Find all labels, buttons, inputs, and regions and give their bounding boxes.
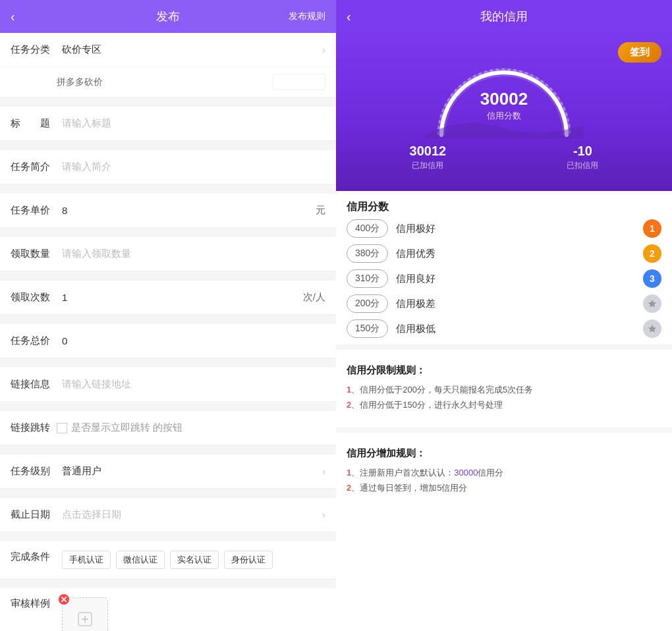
times-unit: 次/人	[303, 291, 325, 304]
total-row: 任务总价 0	[0, 324, 336, 358]
deadline-row[interactable]: 截止日期 点击选择日期 ›	[0, 498, 336, 532]
credit-level-name-2: 信用优秀	[396, 248, 635, 260]
category-arrow-icon: ›	[322, 44, 325, 56]
image-upload-area[interactable]	[62, 597, 108, 631]
intro-row: 任务简介 请输入简介	[0, 150, 336, 184]
total-label: 任务总价	[11, 335, 57, 347]
credit-added-value: 30012	[410, 144, 447, 159]
level-arrow-icon: ›	[322, 466, 325, 478]
add-rule-1: 1、注册新用户首次默认认：30000信用分	[347, 465, 661, 480]
task-category-section: 任务分类 砍价专区 › 拼多多砍价	[0, 33, 336, 97]
divider-2	[336, 427, 672, 433]
spacer-7	[0, 358, 336, 368]
credit-level-item-2: 380分 信用优秀 2	[347, 244, 661, 263]
link-label: 链接信息	[11, 378, 57, 391]
credit-level-icon-2: 2	[643, 244, 661, 263]
condition-id[interactable]: 身份认证	[224, 551, 273, 569]
left-panel: ‹ 发布 发布规则 任务分类 砍价专区 › 拼多多砍价 标 题 请输入标题	[0, 0, 336, 631]
spacer-4	[0, 228, 336, 237]
spacer-8	[0, 402, 336, 411]
credit-stats: 30012 已加信用 -10 已扣信用	[349, 144, 659, 171]
spacer-9	[0, 445, 336, 454]
spacer-10	[0, 489, 336, 498]
upload-plus-icon	[74, 609, 96, 632]
price-row: 任务单价 8 元	[0, 194, 336, 228]
price-label: 任务单价	[11, 204, 57, 217]
sign-in-button[interactable]: 签到	[618, 42, 661, 63]
limit-rules-section: 信用分限制规则： 1、信用分低于200分，每天只能报名完成5次任务 2、信用分低…	[336, 355, 672, 422]
credit-score-label: 信用分数	[487, 111, 521, 121]
credit-level-icon-5	[643, 319, 661, 338]
right-panel: ‹ 我的信用 签到 30002 信用分数	[336, 0, 672, 631]
credit-section-title: 信用分数	[336, 191, 672, 219]
jump-checkbox[interactable]	[57, 423, 67, 433]
deadline-label: 截止日期	[11, 508, 57, 521]
jump-checkbox-label: 是否显示立即跳转 的按钮	[71, 422, 182, 434]
spacer-6	[0, 315, 336, 324]
credit-level-name-1: 信用极好	[396, 223, 635, 235]
category-sub-input[interactable]	[273, 74, 325, 90]
category-sub-label: 拼多多砍价	[57, 76, 103, 88]
quantity-row: 领取数量 请输入领取数量	[0, 237, 336, 271]
gauge-text: 30002 信用分数	[480, 89, 528, 122]
credit-level-list: 400分 信用极好 1 380分 信用优秀 2 310分 信用良好 3 200分…	[336, 219, 672, 338]
limit-rules-title: 信用分限制规则：	[347, 364, 661, 377]
level-label: 任务级别	[11, 465, 57, 478]
sample-label: 审核样例	[11, 597, 57, 610]
link-row: 链接信息 请输入链接地址	[0, 368, 336, 402]
limit-rule-1: 1、信用分低于200分，每天只能报名完成5次任务	[347, 382, 661, 397]
credit-level-name-3: 信用良好	[396, 273, 635, 285]
condition-label: 完成条件	[11, 551, 57, 563]
left-header: ‹ 发布 发布规则	[0, 0, 336, 33]
credit-level-icon-4	[643, 294, 661, 313]
credit-level-badge-2: 380分	[347, 244, 388, 263]
condition-wechat[interactable]: 微信认证	[116, 551, 165, 569]
quantity-input[interactable]: 请输入领取数量	[62, 248, 325, 260]
times-label: 领取次数	[11, 291, 57, 304]
total-value: 0	[62, 335, 67, 346]
spacer-12	[0, 579, 336, 588]
price-value[interactable]: 8	[62, 205, 67, 216]
intro-input[interactable]: 请输入简介	[62, 161, 325, 173]
credit-level-name-4: 信用极差	[396, 298, 635, 310]
publish-rules-link[interactable]: 发布规则	[289, 11, 325, 22]
quantity-label: 领取数量	[11, 248, 57, 260]
divider-1	[336, 344, 672, 350]
category-label: 任务分类	[11, 43, 57, 56]
delete-badge[interactable]	[57, 593, 70, 606]
credit-level-badge-4: 200分	[347, 294, 388, 313]
credit-score: 30002	[480, 89, 528, 109]
spacer-11	[0, 532, 336, 541]
level-row[interactable]: 任务级别 普通用户 ›	[0, 454, 336, 489]
add-rules-title: 信用分增加规则：	[347, 447, 661, 460]
credit-deducted-label: 已扣信用	[567, 161, 598, 170]
title-input[interactable]: 请输入标题	[62, 117, 325, 130]
add-rule-2: 2、通过每日签到，增加5信用分	[347, 480, 661, 495]
category-sub-row: 拼多多砍价	[0, 67, 336, 97]
credit-gauge: 30002 信用分数	[425, 53, 583, 138]
right-back-button[interactable]: ‹	[347, 9, 351, 24]
jump-label: 链接跳转	[11, 422, 57, 434]
task-category-row[interactable]: 任务分类 砍价专区 ›	[0, 33, 336, 67]
condition-phone[interactable]: 手机认证	[62, 551, 111, 569]
right-header: ‹ 我的信用	[336, 0, 672, 33]
deadline-input[interactable]: 点击选择日期	[62, 508, 322, 521]
title-row: 标 题 请输入标题	[0, 107, 336, 141]
condition-realname[interactable]: 实名认证	[170, 551, 219, 569]
left-back-button[interactable]: ‹	[11, 9, 15, 24]
left-title: 发布	[156, 9, 180, 24]
link-input[interactable]: 请输入链接地址	[62, 378, 325, 391]
left-body: 任务分类 砍价专区 › 拼多多砍价 标 题 请输入标题 任务简介 请输入简介 任	[0, 33, 336, 631]
credit-level-badge-3: 310分	[347, 269, 388, 288]
spacer-2	[0, 141, 336, 150]
right-title: 我的信用	[480, 9, 528, 24]
jump-row: 链接跳转 是否显示立即跳转 的按钮	[0, 411, 336, 445]
condition-row: 完成条件 手机认证 微信认证 实名认证 身份认证	[0, 541, 336, 579]
credit-added-stat: 30012 已加信用	[410, 144, 447, 171]
times-value[interactable]: 1	[62, 292, 67, 303]
spacer-3	[0, 184, 336, 194]
credit-level-item-4: 200分 信用极差	[347, 294, 661, 313]
condition-tags: 手机认证 微信认证 实名认证 身份认证	[62, 551, 273, 569]
credit-hero: 签到 30002 信用分数 30012 已加信用	[336, 33, 672, 191]
credit-level-badge-1: 400分	[347, 219, 388, 238]
